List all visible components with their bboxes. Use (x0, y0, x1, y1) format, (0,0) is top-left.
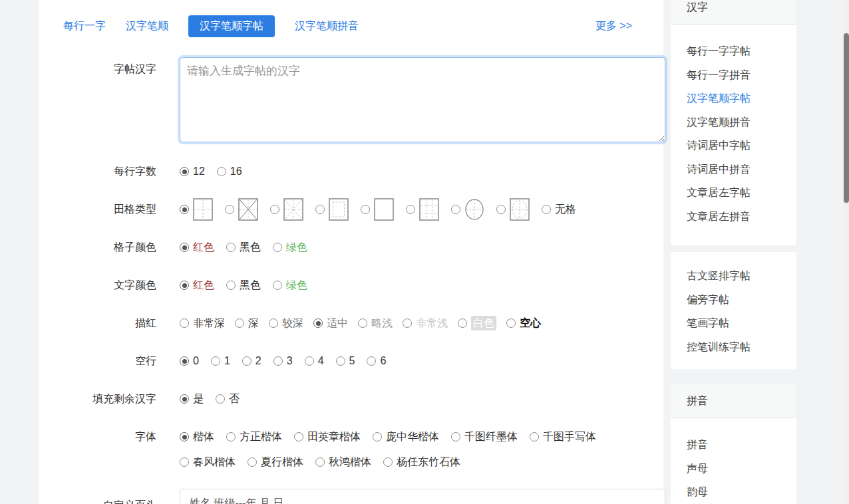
radio-option-egg-grid[interactable] (496, 198, 530, 221)
radio-checked-icon[interactable] (180, 167, 189, 176)
radio-option-hui-grid[interactable] (315, 198, 349, 221)
sidebar-item-每行一字字帖[interactable]: 每行一字字帖 (687, 39, 791, 63)
radio-checked-icon[interactable] (313, 318, 323, 328)
radio-option-nine-grid[interactable] (406, 198, 439, 221)
radio-unchecked-icon[interactable] (315, 205, 325, 214)
radio-option-黑色[interactable]: 黑色 (226, 236, 261, 259)
sidebar-item-汉字笔顺拼音[interactable]: 汉字笔顺拼音 (687, 110, 791, 134)
radio-checked-icon[interactable] (180, 432, 189, 441)
radio-unchecked-icon[interactable] (496, 205, 506, 214)
radio-unchecked-icon[interactable] (373, 432, 382, 441)
radio-option-较深[interactable]: 较深 (269, 312, 303, 334)
radio-unchecked-icon[interactable] (383, 457, 393, 467)
radio-option-16[interactable]: 16 (217, 160, 242, 183)
sidebar-item-文章居左拼音[interactable]: 文章居左拼音 (687, 205, 791, 229)
radio-unchecked-icon[interactable] (216, 394, 225, 404)
radio-unchecked-icon[interactable] (226, 281, 236, 290)
radio-unchecked-icon[interactable] (235, 318, 244, 328)
radio-option-深[interactable]: 深 (235, 312, 259, 334)
radio-checked-icon[interactable] (180, 394, 189, 404)
radio-unchecked-icon[interactable] (451, 205, 460, 214)
scrollbar-thumb[interactable] (844, 33, 849, 203)
radio-option-红色[interactable]: 红色 (180, 236, 214, 259)
radio-unchecked-icon[interactable] (336, 356, 345, 366)
radio-unchecked-icon[interactable] (294, 432, 303, 441)
radio-option-略浅[interactable]: 略浅 (358, 312, 393, 334)
radio-unchecked-icon[interactable] (403, 318, 412, 328)
radio-option-夏行楷体[interactable]: 夏行楷体 (248, 451, 303, 473)
radio-option-mi-dashed-grid[interactable] (270, 198, 303, 221)
tab-汉字笔顺[interactable]: 汉字笔顺 (126, 15, 168, 37)
radio-option-空心[interactable]: 空心 (506, 312, 541, 334)
radio-unchecked-icon[interactable] (273, 356, 283, 366)
radio-unchecked-icon[interactable] (361, 205, 370, 214)
radio-option-12[interactable]: 12 (180, 160, 205, 183)
radio-option-千图手写体[interactable]: 千图手写体 (530, 426, 596, 448)
radio-option-square-grid[interactable] (361, 198, 394, 221)
sidebar-item-诗词居中拼音[interactable]: 诗词居中拼音 (687, 158, 791, 182)
custom-header-input[interactable] (180, 489, 665, 504)
radio-option-tian-grid[interactable] (180, 198, 213, 221)
copybook-chars-input[interactable] (180, 57, 665, 142)
radio-option-方正楷体[interactable]: 方正楷体 (226, 426, 282, 448)
radio-checked-icon[interactable] (180, 281, 189, 290)
radio-unchecked-icon[interactable] (269, 318, 278, 328)
radio-option-0[interactable]: 0 (180, 350, 199, 372)
sidebar-item-控笔训练字帖[interactable]: 控笔训练字帖 (687, 335, 791, 359)
sidebar-item-每行一字拼音[interactable]: 每行一字拼音 (687, 63, 791, 87)
radio-unchecked-icon[interactable] (506, 318, 516, 328)
sidebar-item-笔画字帖[interactable]: 笔画字帖 (687, 311, 791, 335)
radio-option-2[interactable]: 2 (242, 350, 261, 372)
radio-option-4[interactable]: 4 (305, 350, 324, 372)
radio-unchecked-icon[interactable] (273, 243, 282, 252)
sidebar-item-古文竖排字帖[interactable]: 古文竖排字帖 (687, 264, 791, 288)
radio-unchecked-icon[interactable] (270, 205, 279, 214)
radio-option-田英章楷体[interactable]: 田英章楷体 (294, 426, 361, 448)
radio-option-5[interactable]: 5 (336, 350, 355, 372)
radio-option-mi-grid[interactable] (225, 198, 258, 221)
radio-checked-icon[interactable] (180, 356, 189, 366)
radio-unchecked-icon[interactable] (180, 318, 189, 328)
radio-unchecked-icon[interactable] (217, 167, 226, 176)
sidebar-item-诗词居中字帖[interactable]: 诗词居中字帖 (687, 134, 791, 158)
radio-option-1[interactable]: 1 (211, 350, 230, 372)
radio-unchecked-icon[interactable] (530, 432, 539, 441)
sidebar-item-汉字笔顺字帖[interactable]: 汉字笔顺字帖 (687, 86, 791, 110)
radio-option-白色[interactable]: 白色 (458, 316, 496, 330)
radio-option-千图纤墨体[interactable]: 千图纤墨体 (451, 426, 518, 448)
more-link[interactable]: 更多 >> (595, 19, 632, 33)
radio-option-绿色[interactable]: 绿色 (273, 236, 307, 259)
radio-unchecked-icon[interactable] (315, 457, 325, 467)
radio-option-非常浅[interactable]: 非常浅 (403, 312, 448, 334)
radio-option-无格[interactable]: 无格 (542, 198, 576, 221)
radio-unchecked-icon[interactable] (458, 318, 467, 328)
radio-option-是[interactable]: 是 (180, 388, 204, 410)
radio-unchecked-icon[interactable] (542, 205, 551, 214)
sidebar-item-文章居左字帖[interactable]: 文章居左字帖 (687, 181, 791, 205)
radio-option-6[interactable]: 6 (367, 350, 386, 372)
tab-每行一字[interactable]: 每行一字 (63, 15, 106, 37)
radio-option-红色[interactable]: 红色 (180, 274, 214, 297)
sidebar-item-声母[interactable]: 声母 (687, 457, 791, 481)
radio-option-杨任东竹石体[interactable]: 杨任东竹石体 (383, 451, 460, 473)
radio-unchecked-icon[interactable] (226, 432, 236, 441)
radio-option-非常深[interactable]: 非常深 (180, 312, 225, 334)
radio-unchecked-icon[interactable] (358, 318, 367, 328)
radio-unchecked-icon[interactable] (180, 457, 189, 467)
radio-checked-icon[interactable] (180, 243, 189, 252)
radio-option-适中[interactable]: 适中 (313, 312, 348, 334)
radio-unchecked-icon[interactable] (225, 205, 234, 214)
radio-unchecked-icon[interactable] (273, 281, 282, 290)
radio-unchecked-icon[interactable] (226, 243, 236, 252)
radio-option-庞中华楷体[interactable]: 庞中华楷体 (373, 426, 439, 448)
scrollbar-track[interactable] (844, 0, 849, 504)
radio-option-否[interactable]: 否 (216, 388, 240, 410)
radio-checked-icon[interactable] (180, 205, 189, 214)
radio-option-绿色[interactable]: 绿色 (273, 274, 307, 297)
radio-unchecked-icon[interactable] (406, 205, 415, 214)
radio-unchecked-icon[interactable] (248, 457, 257, 467)
sidebar-item-韵母[interactable]: 韵母 (687, 480, 791, 504)
radio-unchecked-icon[interactable] (367, 356, 376, 366)
radio-option-3[interactable]: 3 (273, 350, 293, 372)
radio-unchecked-icon[interactable] (451, 432, 460, 441)
